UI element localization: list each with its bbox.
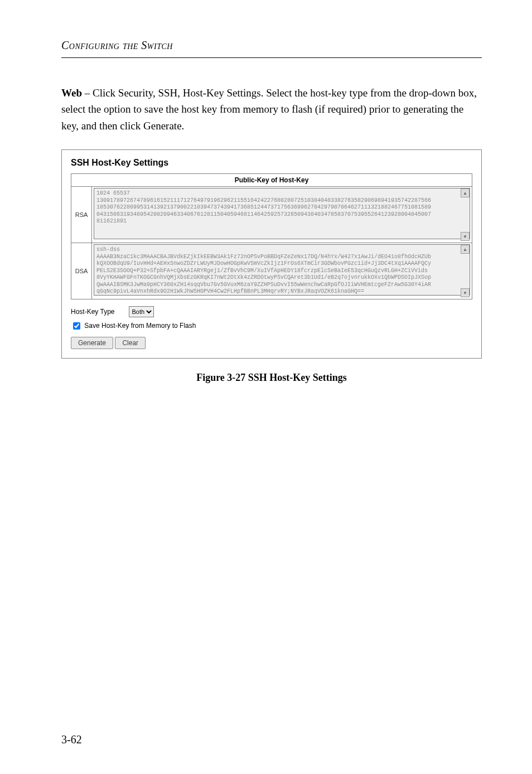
host-key-type-label: Host-Key Type [71, 308, 114, 316]
figure-caption: Figure 3-27 SSH Host-Key Settings [61, 372, 482, 384]
save-hostkey-checkbox[interactable] [73, 322, 80, 330]
public-key-header: Public-Key of Host-Key [71, 174, 472, 187]
scroll-down-icon[interactable]: ▼ [461, 232, 470, 241]
running-head: Configuring the Switch [61, 39, 482, 52]
scroll-up-icon[interactable]: ▲ [461, 188, 470, 197]
header-rule [61, 57, 482, 58]
scroll-down-icon[interactable]: ▼ [461, 288, 470, 297]
scroll-up-icon[interactable]: ▲ [461, 245, 470, 254]
page-number: 3-62 [61, 733, 82, 746]
dsa-key-textarea[interactable] [94, 244, 470, 296]
rsa-label: RSA [71, 187, 92, 243]
host-key-type-select[interactable]: Both [129, 306, 154, 317]
public-key-box: Public-Key of Host-Key RSA ▲ ▼ DSA ▲ ▼ [71, 173, 472, 299]
clear-button[interactable]: Clear [115, 337, 146, 349]
save-hostkey-text: Save Host-Key from Memory to Flash [84, 322, 196, 330]
save-hostkey-label[interactable]: Save Host-Key from Memory to Flash [71, 322, 196, 330]
rsa-key-textarea[interactable] [94, 188, 470, 239]
body-paragraph: Web – Click Security, SSH, Host-Key Sett… [61, 85, 482, 134]
dsa-label: DSA [71, 243, 92, 299]
rsa-row: RSA ▲ ▼ [71, 187, 472, 243]
generate-button[interactable]: Generate [71, 337, 113, 349]
panel-title: SSH Host-Key Settings [71, 158, 472, 168]
ssh-hostkey-panel: SSH Host-Key Settings Public-Key of Host… [61, 149, 482, 359]
dsa-row: DSA ▲ ▼ [71, 243, 472, 299]
